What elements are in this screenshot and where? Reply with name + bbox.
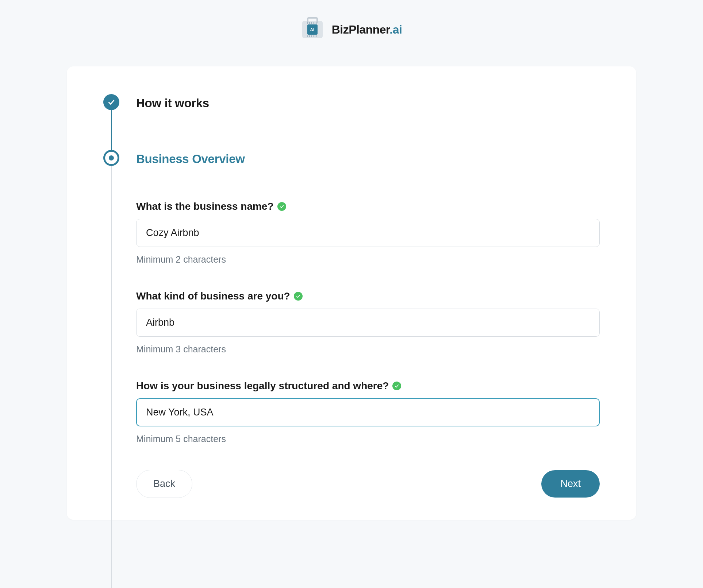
wizard-timeline: How it works Business Overview What is t… <box>103 96 600 498</box>
brand-name-suffix: .ai <box>389 23 402 36</box>
wizard-card: How it works Business Overview What is t… <box>67 66 636 520</box>
field-business-kind: What kind of business are you? Minimum 3… <box>136 290 600 355</box>
timeline-connector-pending <box>111 166 112 588</box>
brand-name-main: BizPlanner <box>332 23 390 36</box>
next-button[interactable]: Next <box>541 470 600 498</box>
form-actions: Back Next <box>136 470 600 498</box>
ai-chip-icon: AI <box>307 24 318 35</box>
step-title-how-it-works: How it works <box>136 96 600 110</box>
step-marker-completed <box>103 94 119 110</box>
hint-business-name: Minimum 2 characters <box>136 254 600 265</box>
step-marker-current <box>103 150 119 166</box>
hint-business-kind: Minimum 3 characters <box>136 344 600 355</box>
label-business-kind: What kind of business are you? <box>136 290 290 302</box>
check-icon <box>107 98 115 106</box>
brand-name: BizPlanner.ai <box>332 23 402 36</box>
back-button[interactable]: Back <box>136 470 192 498</box>
step-title-business-overview: Business Overview <box>136 152 600 166</box>
step-how-it-works: How it works <box>103 96 600 152</box>
timeline-connector <box>111 108 112 155</box>
valid-check-icon <box>392 382 401 390</box>
input-business-name[interactable] <box>136 219 600 247</box>
label-legal-structure: How is your business legally structured … <box>136 380 389 392</box>
valid-check-icon <box>277 202 286 211</box>
logo-icon: AI <box>301 18 324 41</box>
input-legal-structure[interactable] <box>136 398 600 426</box>
hint-legal-structure: Minimum 5 characters <box>136 434 600 444</box>
valid-check-icon <box>294 292 303 301</box>
business-overview-form: What is the business name? Minimum 2 cha… <box>136 166 600 498</box>
label-business-name: What is the business name? <box>136 201 274 212</box>
input-business-kind[interactable] <box>136 309 600 337</box>
field-business-name: What is the business name? Minimum 2 cha… <box>136 201 600 265</box>
header: AI BizPlanner.ai <box>0 0 703 66</box>
field-legal-structure: How is your business legally structured … <box>136 380 600 444</box>
step-business-overview: Business Overview What is the business n… <box>103 152 600 498</box>
